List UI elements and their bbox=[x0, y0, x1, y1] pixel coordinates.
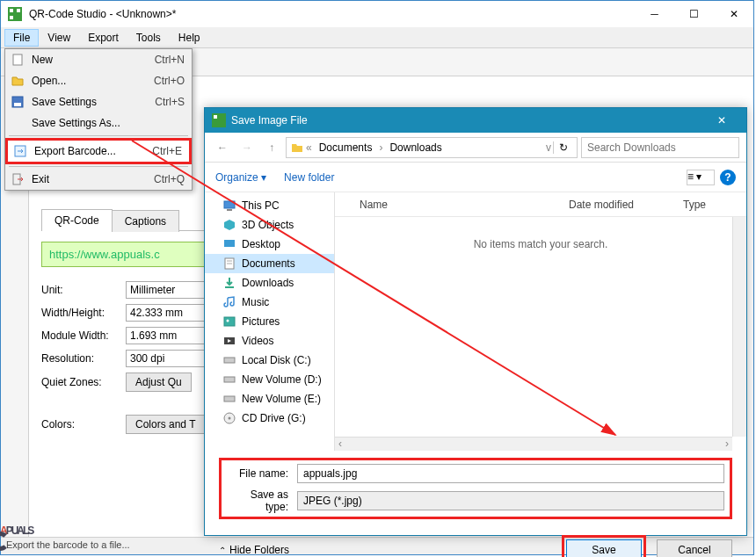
filename-highlight: File name: Save as type: JPEG (*.jpg) bbox=[219, 458, 732, 519]
breadcrumb[interactable]: « Documents › Downloads v ↻ bbox=[286, 137, 578, 158]
menu-item-exit[interactable]: ExitCtrl+Q bbox=[5, 169, 192, 190]
tree-videos[interactable]: Videos bbox=[205, 331, 334, 351]
bc-downloads[interactable]: Downloads bbox=[384, 141, 447, 154]
cube-icon bbox=[222, 218, 236, 232]
search-input[interactable] bbox=[581, 137, 739, 158]
tree-disk-d[interactable]: New Volume (D:) bbox=[205, 370, 334, 389]
dialog-footer: ⌃Hide Folders Save Cancel bbox=[205, 526, 746, 557]
tree-thispc[interactable]: This PC bbox=[205, 196, 334, 215]
desktop-icon bbox=[222, 237, 236, 251]
close-button[interactable]: ✕ bbox=[714, 1, 753, 27]
pc-icon bbox=[222, 199, 236, 213]
mw-label: Module Width: bbox=[41, 329, 126, 342]
dialog-titlebar: Save Image File ✕ bbox=[205, 108, 746, 133]
url-display[interactable]: https://www.appuals.c bbox=[41, 242, 208, 267]
svg-rect-21 bbox=[224, 317, 235, 326]
disk-icon bbox=[222, 373, 236, 387]
svg-rect-3 bbox=[10, 16, 13, 19]
qz-label: Quiet Zones: bbox=[41, 376, 126, 388]
folder-tree: This PC 3D Objects Desktop Documents Dow… bbox=[205, 192, 335, 451]
tree-pictures[interactable]: Pictures bbox=[205, 312, 334, 331]
open-icon bbox=[11, 74, 25, 88]
menu-item-new[interactable]: NewCtrl+N bbox=[5, 49, 192, 70]
menu-item-saveas[interactable]: Save Settings As... bbox=[5, 112, 192, 134]
nav-back[interactable]: ← bbox=[212, 137, 233, 158]
file-input-area: File name: Save as type: JPEG (*.jpg) bbox=[205, 451, 746, 526]
doc-icon bbox=[222, 257, 236, 271]
tree-disk-c[interactable]: Local Disk (C:) bbox=[205, 351, 334, 370]
col-name[interactable]: Name bbox=[360, 199, 569, 211]
tree-3d[interactable]: 3D Objects bbox=[205, 215, 334, 235]
adjust-qz-button[interactable]: Adjust Qu bbox=[126, 373, 192, 392]
h-scrollbar[interactable]: ‹› bbox=[335, 437, 732, 451]
col-type[interactable]: Type bbox=[683, 199, 736, 211]
save-button[interactable]: Save bbox=[566, 539, 642, 557]
tree-disk-e[interactable]: New Volume (E:) bbox=[205, 389, 334, 409]
menu-item-open[interactable]: Open...Ctrl+O bbox=[5, 70, 192, 91]
file-list: Name Date modified Type No items match y… bbox=[335, 192, 746, 451]
cd-icon bbox=[222, 411, 236, 425]
nav-up[interactable]: ↑ bbox=[261, 137, 282, 158]
menu-view[interactable]: View bbox=[39, 29, 79, 47]
menu-help[interactable]: Help bbox=[170, 29, 209, 47]
dialog-title: Save Image File bbox=[231, 114, 704, 127]
tab-captions[interactable]: Captions bbox=[112, 210, 179, 232]
menu-item-save[interactable]: Save SettingsCtrl+S bbox=[5, 91, 192, 112]
dialog-body: This PC 3D Objects Desktop Documents Dow… bbox=[205, 192, 746, 451]
svg-point-22 bbox=[227, 320, 229, 322]
menu-file[interactable]: File bbox=[4, 29, 39, 47]
music-icon bbox=[222, 295, 236, 309]
newfolder-button[interactable]: New folder bbox=[284, 171, 334, 184]
videos-icon bbox=[222, 334, 236, 348]
tree-downloads[interactable]: Downloads bbox=[205, 273, 334, 293]
tree-documents[interactable]: Documents bbox=[205, 254, 334, 273]
maximize-button[interactable]: ☐ bbox=[674, 1, 714, 27]
minimize-button[interactable]: ─ bbox=[635, 1, 674, 27]
menu-separator bbox=[9, 166, 188, 167]
folder-icon bbox=[290, 141, 304, 155]
download-icon bbox=[222, 276, 236, 290]
help-icon[interactable]: ? bbox=[720, 170, 736, 185]
hide-folders-toggle[interactable]: ⌃Hide Folders bbox=[219, 544, 289, 556]
save-dialog: Save Image File ✕ ← → ↑ « Documents › Do… bbox=[204, 107, 747, 536]
menu-item-export-barcode[interactable]: Export Barcode...Ctrl+E bbox=[5, 138, 192, 164]
bc-documents[interactable]: Documents bbox=[314, 141, 378, 154]
filename-label: File name: bbox=[227, 467, 297, 480]
svg-rect-14 bbox=[214, 115, 217, 119]
organize-button[interactable]: Organize ▾ bbox=[215, 171, 266, 184]
tab-qrcode[interactable]: QR-Code bbox=[41, 209, 113, 231]
colors-button[interactable]: Colors and T bbox=[126, 415, 205, 434]
unit-label: Unit: bbox=[41, 284, 126, 296]
new-icon bbox=[11, 53, 25, 67]
saveas-select[interactable]: JPEG (*.jpg) bbox=[297, 491, 724, 510]
v-scrollbar[interactable] bbox=[732, 217, 746, 437]
window-title: QR-Code Studio - <Unknown>* bbox=[29, 8, 635, 20]
dialog-toolbar: Organize ▾ New folder ≡ ▾ ? bbox=[205, 163, 746, 192]
view-mode-button[interactable]: ≡ ▾ bbox=[687, 170, 715, 185]
nav-forward[interactable]: → bbox=[236, 137, 258, 158]
dialog-close-button[interactable]: ✕ bbox=[704, 114, 739, 127]
menu-tools[interactable]: Tools bbox=[127, 29, 170, 47]
col-date[interactable]: Date modified bbox=[569, 199, 683, 211]
svg-point-28 bbox=[229, 417, 231, 420]
empty-message: No items match your search. bbox=[335, 238, 746, 250]
menu-separator bbox=[9, 135, 188, 136]
pictures-icon bbox=[222, 315, 236, 329]
svg-rect-24 bbox=[224, 358, 235, 363]
wh-label: Width/Height: bbox=[41, 307, 126, 319]
svg-rect-15 bbox=[224, 201, 235, 208]
tree-music[interactable]: Music bbox=[205, 293, 334, 312]
dialog-icon bbox=[212, 113, 226, 127]
cancel-button[interactable]: Cancel bbox=[657, 539, 732, 557]
tree-cd[interactable]: CD Drive (G:) bbox=[205, 409, 334, 428]
menu-export[interactable]: Export bbox=[79, 29, 127, 47]
menubar: File View Export Tools Help bbox=[1, 27, 753, 48]
save-highlight: Save bbox=[562, 535, 646, 557]
filename-input[interactable] bbox=[297, 464, 724, 483]
export-icon bbox=[13, 144, 27, 158]
svg-rect-2 bbox=[17, 9, 20, 12]
exit-icon bbox=[11, 172, 25, 186]
res-label: Resolution: bbox=[41, 352, 126, 365]
tree-desktop[interactable]: Desktop bbox=[205, 235, 334, 254]
dialog-nav: ← → ↑ « Documents › Downloads v ↻ bbox=[205, 133, 746, 163]
